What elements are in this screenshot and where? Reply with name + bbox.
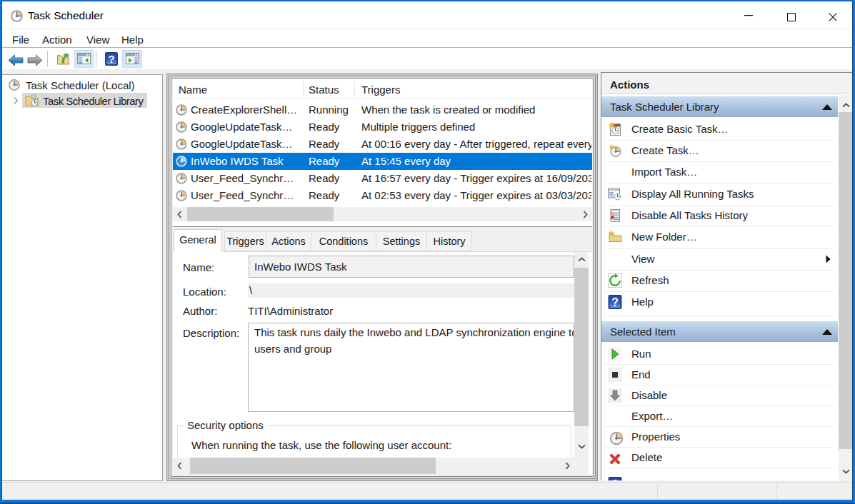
svg-text:?: ? [108, 53, 114, 65]
svg-text:?: ? [611, 478, 619, 480]
svg-text:?: ? [611, 296, 619, 308]
